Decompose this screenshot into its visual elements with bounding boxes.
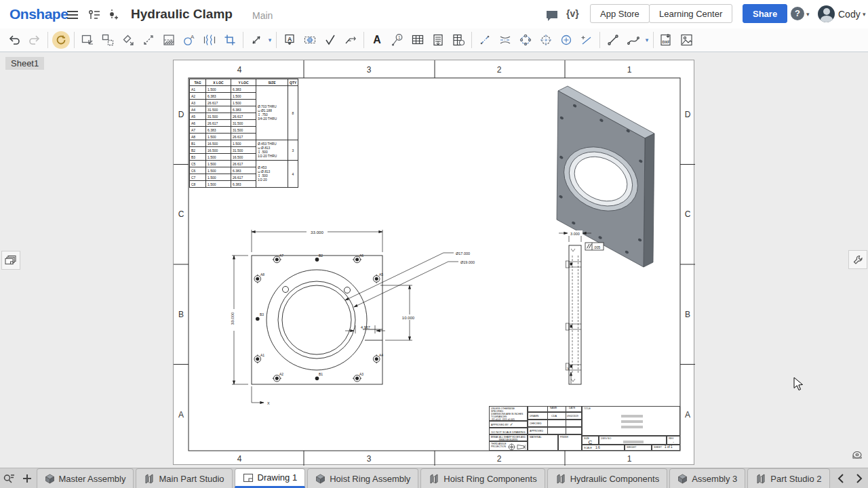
sheet-tab[interactable]: Sheet1 bbox=[5, 57, 44, 70]
center-mark-button[interactable] bbox=[536, 30, 556, 49]
svg-text:Ø19.000: Ø19.000 bbox=[460, 260, 475, 264]
dwg-no-cell: DWG NO bbox=[599, 436, 667, 445]
drawing-canvas-area[interactable]: Sheet1 bbox=[0, 52, 868, 468]
tab-master-assembly[interactable]: Master Assembly bbox=[37, 468, 134, 488]
svg-text:33.000: 33.000 bbox=[311, 230, 323, 235]
table-button[interactable] bbox=[408, 30, 428, 49]
weight-cell: WEIGHT bbox=[625, 445, 652, 451]
tab-label: Part Studio 2 bbox=[770, 474, 821, 484]
featurescript-icon[interactable]: {v} bbox=[566, 8, 579, 19]
approved-by-cell: APPROVED BY: ✓ bbox=[489, 421, 528, 428]
workspace-name[interactable]: Main bbox=[252, 10, 273, 21]
balloon-button[interactable]: 1 bbox=[387, 30, 408, 49]
break-view-button[interactable] bbox=[199, 30, 220, 49]
app-store-button[interactable]: App Store bbox=[590, 4, 650, 23]
surface-finish-button[interactable] bbox=[320, 30, 340, 49]
drawing-sheet[interactable]: 4 3 2 1 4 3 2 1 D C B A D C B A bbox=[173, 60, 694, 465]
dimension-button[interactable] bbox=[246, 30, 267, 49]
comment-icon[interactable] bbox=[545, 8, 559, 23]
parallelism-fcf: .005 bbox=[585, 243, 604, 250]
user-name[interactable]: Cody bbox=[838, 9, 861, 20]
tab-part-studio-2[interactable]: Part Studio 2 bbox=[747, 468, 829, 488]
update-views-button[interactable] bbox=[51, 30, 71, 49]
move-view-button[interactable] bbox=[138, 30, 159, 49]
svg-text:4: 4 bbox=[237, 454, 242, 464]
sheets-panel-button[interactable] bbox=[1, 251, 20, 270]
weld-symbol-button[interactable] bbox=[340, 30, 361, 49]
svg-text:B: B bbox=[178, 310, 184, 319]
projected-view-button[interactable] bbox=[98, 30, 118, 49]
note-button[interactable]: A bbox=[279, 30, 300, 49]
tab-hydraulic-components[interactable]: Hydraulic Components bbox=[547, 468, 668, 488]
hole-table-button[interactable] bbox=[448, 30, 469, 49]
svg-text:B1: B1 bbox=[319, 372, 323, 376]
svg-text:A: A bbox=[288, 36, 292, 43]
svg-text:33.000: 33.000 bbox=[230, 312, 235, 325]
tab-hoist-ring-components[interactable]: Hoist Ring Components bbox=[420, 468, 545, 488]
follow-mode-icon[interactable] bbox=[106, 7, 121, 22]
rev-cell: REV - bbox=[667, 436, 680, 445]
measure-tool-button[interactable] bbox=[848, 447, 866, 464]
tabs-scroll-right-button[interactable] bbox=[850, 468, 868, 488]
hole-table-header: TAGX LOC Y LOCSIZE QTY bbox=[190, 79, 298, 86]
auxiliary-view-button[interactable] bbox=[118, 30, 138, 49]
redo-button[interactable] bbox=[24, 30, 45, 49]
svg-text:2: 2 bbox=[497, 454, 502, 464]
centerline-button[interactable] bbox=[475, 30, 495, 49]
text-button[interactable]: A bbox=[367, 30, 387, 49]
export-dxf-button[interactable]: DXF bbox=[656, 30, 677, 49]
help-icon[interactable]: ? bbox=[791, 7, 804, 20]
svg-text:A: A bbox=[178, 410, 184, 420]
tab-main-part-studio[interactable]: Main Part Studio bbox=[136, 468, 232, 488]
tab-hoist-ring-assembly[interactable]: Hoist Ring Assembly bbox=[307, 468, 418, 488]
insert-view-button[interactable] bbox=[77, 30, 98, 49]
onshape-logo[interactable]: Onshape bbox=[9, 6, 68, 22]
material-cell: MATERIAL bbox=[528, 434, 558, 451]
isometric-view[interactable] bbox=[553, 86, 654, 267]
svg-text:DXF: DXF bbox=[663, 40, 671, 44]
avatar[interactable] bbox=[818, 5, 835, 22]
circle-center-button[interactable] bbox=[556, 30, 576, 49]
svg-text:D: D bbox=[178, 110, 184, 119]
svg-text:A: A bbox=[685, 410, 690, 420]
tab-assembly-3[interactable]: Assembly 3 bbox=[669, 468, 745, 488]
centerline-two-lines-button[interactable] bbox=[495, 30, 515, 49]
svg-text:A1: A1 bbox=[260, 353, 264, 357]
svg-text:A3: A3 bbox=[359, 372, 363, 376]
part-studio-icon bbox=[429, 474, 439, 484]
undo-button[interactable] bbox=[4, 30, 24, 49]
hamburger-menu-icon[interactable] bbox=[65, 7, 80, 22]
section-view-button[interactable] bbox=[159, 30, 179, 49]
learning-center-button[interactable]: Learning Center bbox=[649, 4, 732, 23]
title-cell: TITLE bbox=[582, 406, 680, 436]
side-view[interactable]: 3.000 .005 Y bbox=[559, 230, 604, 384]
configuration-panel-button[interactable] bbox=[848, 250, 867, 269]
tab-search-button[interactable] bbox=[0, 468, 18, 488]
svg-text:D: D bbox=[685, 110, 691, 119]
gdt-button[interactable] bbox=[300, 30, 320, 49]
detail-view-button[interactable]: A bbox=[179, 30, 199, 49]
versions-icon[interactable] bbox=[87, 7, 102, 22]
circular-centermark-pattern-button[interactable] bbox=[515, 30, 536, 49]
share-button[interactable]: Share bbox=[743, 4, 787, 23]
user-caret-icon[interactable]: ▾ bbox=[863, 11, 866, 18]
part-studio-icon bbox=[755, 474, 766, 484]
tabs-scroll-left-button[interactable] bbox=[832, 468, 850, 488]
hole-table[interactable]: TAGX LOC Y LOCSIZE QTY A11.5006.383 Ø.70… bbox=[189, 79, 298, 188]
svg-text:Y: Y bbox=[567, 367, 570, 371]
dimension-caret-icon[interactable]: ▾ bbox=[267, 37, 273, 43]
front-view[interactable]: A7 B2 A6 A8 A5 B3 A1 A4 A2 B1 A3 bbox=[230, 229, 475, 405]
svg-text:3.000: 3.000 bbox=[570, 232, 580, 236]
point-to-line-button[interactable] bbox=[576, 30, 597, 49]
spline-button[interactable] bbox=[623, 30, 644, 49]
insert-image-button[interactable] bbox=[677, 30, 697, 49]
svg-text:B2: B2 bbox=[319, 253, 323, 258]
tab-drawing-1[interactable]: Drawing 1 bbox=[235, 468, 306, 488]
spline-caret-icon[interactable]: ▾ bbox=[644, 37, 650, 43]
crop-view-button[interactable] bbox=[220, 30, 240, 49]
bom-table-button[interactable] bbox=[428, 30, 448, 49]
help-caret-icon[interactable]: ▾ bbox=[806, 11, 810, 18]
new-tab-button[interactable] bbox=[18, 468, 37, 488]
svg-text:.005: .005 bbox=[593, 245, 600, 249]
sketch-line-button[interactable] bbox=[603, 30, 623, 49]
